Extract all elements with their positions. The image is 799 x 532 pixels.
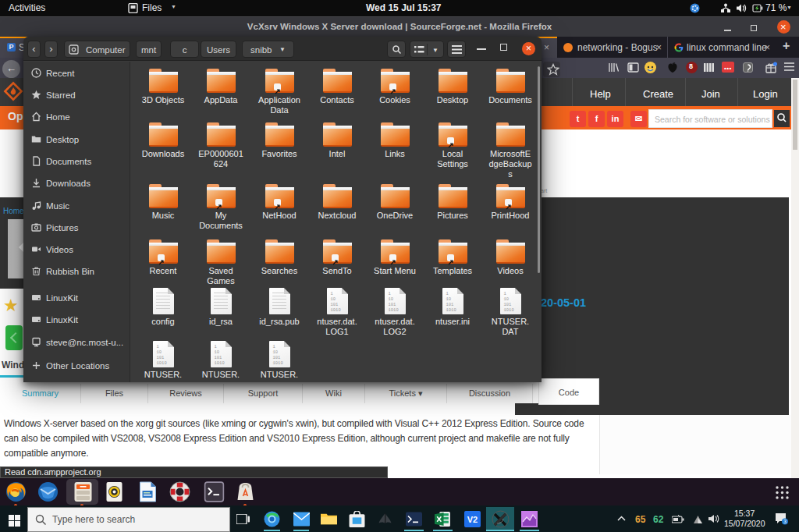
svg-text:V2: V2 — [467, 515, 478, 524]
svg-text:3: 3 — [783, 519, 787, 524]
